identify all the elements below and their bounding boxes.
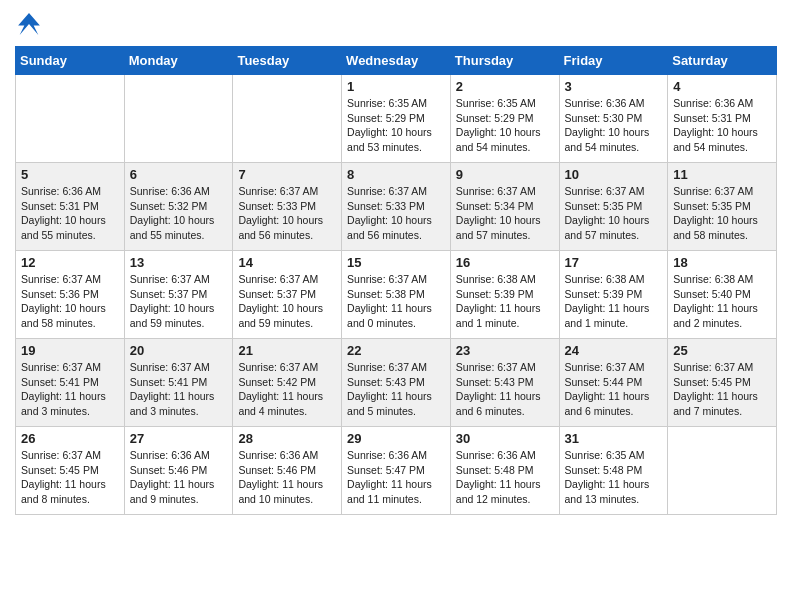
cell-date-number: 17 xyxy=(565,255,663,270)
weekday-header-tuesday: Tuesday xyxy=(233,47,342,75)
calendar-cell: 25Sunrise: 6:37 AM Sunset: 5:45 PM Dayli… xyxy=(668,339,777,427)
calendar-cell: 10Sunrise: 6:37 AM Sunset: 5:35 PM Dayli… xyxy=(559,163,668,251)
cell-date-number: 14 xyxy=(238,255,336,270)
cell-info: Sunrise: 6:35 AM Sunset: 5:29 PM Dayligh… xyxy=(456,96,554,155)
calendar-cell: 21Sunrise: 6:37 AM Sunset: 5:42 PM Dayli… xyxy=(233,339,342,427)
cell-date-number: 2 xyxy=(456,79,554,94)
cell-date-number: 3 xyxy=(565,79,663,94)
cell-info: Sunrise: 6:37 AM Sunset: 5:45 PM Dayligh… xyxy=(673,360,771,419)
svg-marker-0 xyxy=(18,13,40,35)
calendar-cell: 1Sunrise: 6:35 AM Sunset: 5:29 PM Daylig… xyxy=(342,75,451,163)
cell-info: Sunrise: 6:37 AM Sunset: 5:34 PM Dayligh… xyxy=(456,184,554,243)
header xyxy=(15,10,777,38)
calendar-cell: 28Sunrise: 6:36 AM Sunset: 5:46 PM Dayli… xyxy=(233,427,342,515)
calendar-cell: 14Sunrise: 6:37 AM Sunset: 5:37 PM Dayli… xyxy=(233,251,342,339)
cell-date-number: 12 xyxy=(21,255,119,270)
calendar-cell: 9Sunrise: 6:37 AM Sunset: 5:34 PM Daylig… xyxy=(450,163,559,251)
calendar-week-row: 26Sunrise: 6:37 AM Sunset: 5:45 PM Dayli… xyxy=(16,427,777,515)
cell-date-number: 24 xyxy=(565,343,663,358)
cell-date-number: 28 xyxy=(238,431,336,446)
calendar-cell: 3Sunrise: 6:36 AM Sunset: 5:30 PM Daylig… xyxy=(559,75,668,163)
calendar-cell: 26Sunrise: 6:37 AM Sunset: 5:45 PM Dayli… xyxy=(16,427,125,515)
calendar-cell: 15Sunrise: 6:37 AM Sunset: 5:38 PM Dayli… xyxy=(342,251,451,339)
cell-date-number: 22 xyxy=(347,343,445,358)
cell-info: Sunrise: 6:36 AM Sunset: 5:48 PM Dayligh… xyxy=(456,448,554,507)
calendar-cell: 30Sunrise: 6:36 AM Sunset: 5:48 PM Dayli… xyxy=(450,427,559,515)
cell-info: Sunrise: 6:38 AM Sunset: 5:39 PM Dayligh… xyxy=(456,272,554,331)
cell-info: Sunrise: 6:37 AM Sunset: 5:44 PM Dayligh… xyxy=(565,360,663,419)
cell-date-number: 7 xyxy=(238,167,336,182)
cell-date-number: 5 xyxy=(21,167,119,182)
cell-info: Sunrise: 6:37 AM Sunset: 5:41 PM Dayligh… xyxy=(21,360,119,419)
cell-date-number: 29 xyxy=(347,431,445,446)
calendar-cell: 11Sunrise: 6:37 AM Sunset: 5:35 PM Dayli… xyxy=(668,163,777,251)
calendar-cell: 6Sunrise: 6:36 AM Sunset: 5:32 PM Daylig… xyxy=(124,163,233,251)
cell-date-number: 13 xyxy=(130,255,228,270)
calendar-cell: 2Sunrise: 6:35 AM Sunset: 5:29 PM Daylig… xyxy=(450,75,559,163)
calendar-cell: 19Sunrise: 6:37 AM Sunset: 5:41 PM Dayli… xyxy=(16,339,125,427)
calendar-cell: 8Sunrise: 6:37 AM Sunset: 5:33 PM Daylig… xyxy=(342,163,451,251)
cell-info: Sunrise: 6:37 AM Sunset: 5:35 PM Dayligh… xyxy=(565,184,663,243)
calendar-cell: 22Sunrise: 6:37 AM Sunset: 5:43 PM Dayli… xyxy=(342,339,451,427)
cell-date-number: 27 xyxy=(130,431,228,446)
cell-date-number: 1 xyxy=(347,79,445,94)
cell-info: Sunrise: 6:37 AM Sunset: 5:37 PM Dayligh… xyxy=(238,272,336,331)
cell-date-number: 31 xyxy=(565,431,663,446)
calendar-table: SundayMondayTuesdayWednesdayThursdayFrid… xyxy=(15,46,777,515)
cell-info: Sunrise: 6:36 AM Sunset: 5:31 PM Dayligh… xyxy=(21,184,119,243)
calendar-cell: 23Sunrise: 6:37 AM Sunset: 5:43 PM Dayli… xyxy=(450,339,559,427)
cell-info: Sunrise: 6:35 AM Sunset: 5:29 PM Dayligh… xyxy=(347,96,445,155)
cell-date-number: 6 xyxy=(130,167,228,182)
cell-date-number: 9 xyxy=(456,167,554,182)
cell-info: Sunrise: 6:36 AM Sunset: 5:47 PM Dayligh… xyxy=(347,448,445,507)
weekday-header-thursday: Thursday xyxy=(450,47,559,75)
calendar-cell: 7Sunrise: 6:37 AM Sunset: 5:33 PM Daylig… xyxy=(233,163,342,251)
calendar-cell xyxy=(233,75,342,163)
cell-date-number: 26 xyxy=(21,431,119,446)
calendar-cell: 17Sunrise: 6:38 AM Sunset: 5:39 PM Dayli… xyxy=(559,251,668,339)
cell-info: Sunrise: 6:37 AM Sunset: 5:41 PM Dayligh… xyxy=(130,360,228,419)
calendar-week-row: 5Sunrise: 6:36 AM Sunset: 5:31 PM Daylig… xyxy=(16,163,777,251)
weekday-header-saturday: Saturday xyxy=(668,47,777,75)
cell-date-number: 4 xyxy=(673,79,771,94)
cell-date-number: 20 xyxy=(130,343,228,358)
logo-icon xyxy=(15,10,43,38)
cell-date-number: 18 xyxy=(673,255,771,270)
cell-info: Sunrise: 6:37 AM Sunset: 5:37 PM Dayligh… xyxy=(130,272,228,331)
weekday-header-wednesday: Wednesday xyxy=(342,47,451,75)
calendar-cell: 20Sunrise: 6:37 AM Sunset: 5:41 PM Dayli… xyxy=(124,339,233,427)
cell-info: Sunrise: 6:36 AM Sunset: 5:30 PM Dayligh… xyxy=(565,96,663,155)
calendar-cell: 12Sunrise: 6:37 AM Sunset: 5:36 PM Dayli… xyxy=(16,251,125,339)
cell-info: Sunrise: 6:37 AM Sunset: 5:35 PM Dayligh… xyxy=(673,184,771,243)
cell-info: Sunrise: 6:38 AM Sunset: 5:40 PM Dayligh… xyxy=(673,272,771,331)
cell-info: Sunrise: 6:36 AM Sunset: 5:46 PM Dayligh… xyxy=(130,448,228,507)
calendar-cell xyxy=(124,75,233,163)
calendar-cell xyxy=(668,427,777,515)
cell-info: Sunrise: 6:37 AM Sunset: 5:33 PM Dayligh… xyxy=(238,184,336,243)
cell-info: Sunrise: 6:37 AM Sunset: 5:36 PM Dayligh… xyxy=(21,272,119,331)
cell-info: Sunrise: 6:38 AM Sunset: 5:39 PM Dayligh… xyxy=(565,272,663,331)
cell-info: Sunrise: 6:37 AM Sunset: 5:38 PM Dayligh… xyxy=(347,272,445,331)
logo xyxy=(15,10,47,38)
calendar-cell: 29Sunrise: 6:36 AM Sunset: 5:47 PM Dayli… xyxy=(342,427,451,515)
cell-info: Sunrise: 6:37 AM Sunset: 5:33 PM Dayligh… xyxy=(347,184,445,243)
cell-date-number: 19 xyxy=(21,343,119,358)
cell-date-number: 16 xyxy=(456,255,554,270)
calendar-cell: 24Sunrise: 6:37 AM Sunset: 5:44 PM Dayli… xyxy=(559,339,668,427)
cell-date-number: 15 xyxy=(347,255,445,270)
calendar-cell: 31Sunrise: 6:35 AM Sunset: 5:48 PM Dayli… xyxy=(559,427,668,515)
cell-info: Sunrise: 6:37 AM Sunset: 5:43 PM Dayligh… xyxy=(347,360,445,419)
cell-date-number: 10 xyxy=(565,167,663,182)
calendar-cell: 5Sunrise: 6:36 AM Sunset: 5:31 PM Daylig… xyxy=(16,163,125,251)
cell-info: Sunrise: 6:36 AM Sunset: 5:46 PM Dayligh… xyxy=(238,448,336,507)
weekday-header-sunday: Sunday xyxy=(16,47,125,75)
calendar-cell: 18Sunrise: 6:38 AM Sunset: 5:40 PM Dayli… xyxy=(668,251,777,339)
cell-date-number: 23 xyxy=(456,343,554,358)
cell-info: Sunrise: 6:37 AM Sunset: 5:45 PM Dayligh… xyxy=(21,448,119,507)
cell-date-number: 30 xyxy=(456,431,554,446)
cell-info: Sunrise: 6:36 AM Sunset: 5:31 PM Dayligh… xyxy=(673,96,771,155)
cell-info: Sunrise: 6:35 AM Sunset: 5:48 PM Dayligh… xyxy=(565,448,663,507)
weekday-header-monday: Monday xyxy=(124,47,233,75)
calendar-week-row: 12Sunrise: 6:37 AM Sunset: 5:36 PM Dayli… xyxy=(16,251,777,339)
page: SundayMondayTuesdayWednesdayThursdayFrid… xyxy=(0,0,792,530)
